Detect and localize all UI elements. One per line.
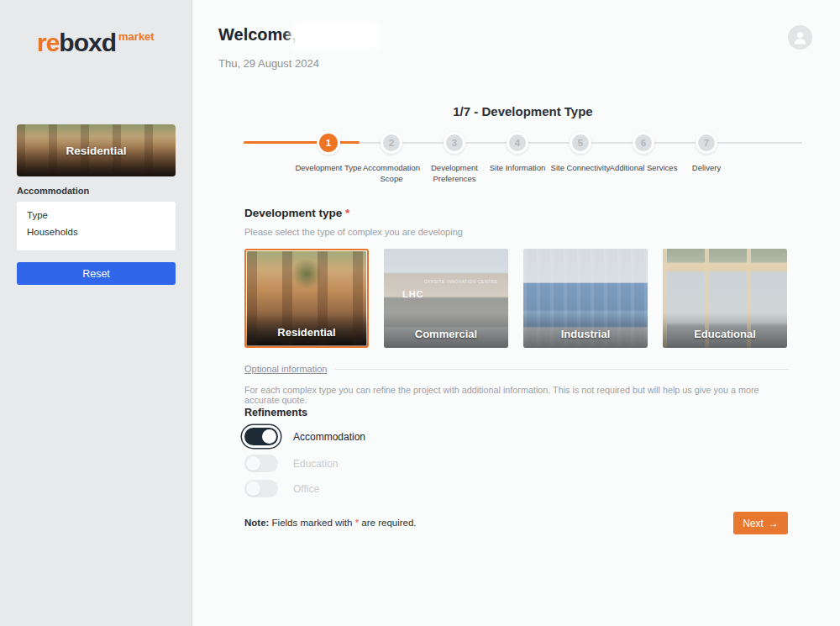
reset-button[interactable]: Reset (17, 262, 176, 285)
step-1-dot[interactable]: 1 (317, 131, 340, 155)
stepper-title: 1/7 - Development Type (244, 104, 802, 118)
sidebar: reboxdmarket Residential Accommodation T… (0, 0, 192, 626)
logo-part-re: re (37, 29, 59, 56)
development-type-card-educational[interactable]: Educational (663, 249, 787, 348)
sidebar-selection-thumbnail[interactable]: Residential (17, 124, 176, 176)
divider (335, 369, 789, 370)
summary-field-households: Households (27, 227, 165, 237)
required-asterisk: * (345, 207, 349, 219)
development-type-card-residential[interactable]: Residential (244, 249, 369, 348)
education-toggle-label: Education (293, 458, 338, 470)
reboxd-market-logo: reboxdmarket (37, 29, 155, 57)
sidebar-thumbnail-label: Residential (17, 145, 176, 157)
summary-field-type: Type (27, 210, 165, 220)
sidebar-section-title: Accommodation (17, 186, 89, 196)
refinements-heading: Refinements (244, 407, 307, 418)
app-root: reboxdmarket Residential Accommodation T… (0, 0, 840, 626)
step-7-dot[interactable]: 7 (696, 132, 717, 154)
development-type-options: Residential OFFSITE INNOVATION CENTRE LH… (244, 249, 789, 348)
step-7-label: Delivery (669, 163, 744, 174)
toggle-row-accommodation: Accommodation (244, 428, 365, 445)
card-label: Residential (246, 326, 367, 339)
development-type-card-industrial[interactable]: Industrial (523, 249, 648, 348)
step-5-dot[interactable]: 5 (570, 132, 591, 154)
optional-information-row: Optional information (244, 364, 789, 374)
redacted-username (290, 22, 381, 50)
stepper-track-progress (244, 141, 360, 144)
office-toggle[interactable] (244, 480, 278, 497)
card-label: Educational (663, 328, 787, 340)
welcome-heading: Welcome, (218, 25, 297, 45)
next-button[interactable]: Next → (733, 512, 788, 534)
step-2-dot[interactable]: 2 (381, 132, 402, 154)
next-button-label: Next (743, 518, 764, 529)
toggle-row-education: Education (244, 455, 338, 472)
logo-part-boxd: boxd (59, 29, 116, 56)
office-toggle-label: Office (293, 483, 319, 495)
sidebar-summary-panel: Type Households (17, 202, 176, 250)
note-post: are required. (359, 518, 416, 528)
development-type-title-text: Development type (244, 207, 342, 219)
accommodation-toggle-label: Accommodation (293, 431, 365, 443)
toggle-row-office: Office (244, 480, 319, 497)
toggle-knob (246, 481, 260, 496)
card-label: Industrial (523, 328, 648, 340)
stepper: 1 2 3 4 5 6 7 Development Type Accommoda… (244, 126, 802, 189)
person-icon (791, 29, 809, 46)
step-3-dot[interactable]: 3 (444, 132, 465, 154)
card-label: Commercial (384, 328, 508, 340)
toggle-knob (246, 456, 260, 471)
header-date: Thu, 29 August 2024 (218, 57, 319, 70)
logo-suffix-market: market (118, 30, 155, 43)
toggle-knob (262, 429, 276, 444)
user-avatar-icon[interactable] (788, 25, 812, 50)
optional-information-link[interactable]: Optional information (244, 364, 327, 374)
development-type-card-commercial[interactable]: OFFSITE INNOVATION CENTRE LHC Commercial (384, 249, 508, 348)
step-4-dot[interactable]: 4 (507, 132, 528, 154)
note-bold: Note: (244, 518, 269, 528)
required-fields-note: Note: Fields marked with * are required. (244, 518, 417, 528)
step-6-dot[interactable]: 6 (633, 132, 654, 154)
optional-information-description: For each complex type you can refine the… (244, 385, 789, 405)
development-type-subtitle: Please select the type of complex you ar… (244, 227, 463, 237)
arrow-right-icon: → (769, 518, 779, 529)
development-type-heading: Development type * (244, 207, 349, 219)
note-pre: Fields marked with (269, 518, 354, 528)
education-toggle[interactable] (244, 455, 278, 472)
accommodation-toggle[interactable] (244, 428, 278, 445)
